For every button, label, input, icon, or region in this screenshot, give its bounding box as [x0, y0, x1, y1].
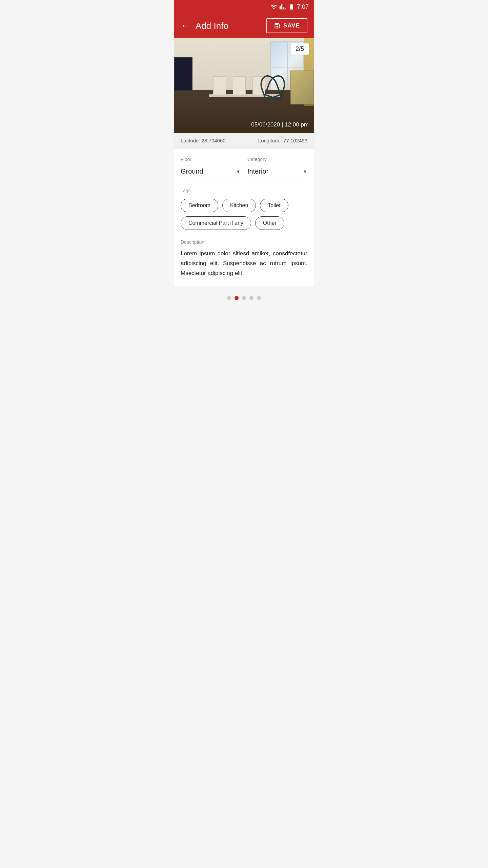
save-label: SAVE: [283, 22, 300, 29]
tag-chip[interactable]: Kitchen: [222, 199, 256, 212]
category-dropdown-group: Category Interior ▼: [247, 157, 307, 178]
pagination-dot[interactable]: [227, 296, 231, 300]
category-value: Interior: [247, 167, 268, 175]
description-text: Lorem ipsum dolor sitiesd amiket, consdf…: [181, 249, 307, 278]
status-time: 7:07: [297, 3, 309, 11]
category-dropdown-arrow: ▼: [303, 169, 307, 174]
tag-chip[interactable]: Bedroom: [181, 199, 218, 212]
tags-label: Tags: [181, 188, 307, 193]
signal-icon: [279, 3, 286, 10]
battery-icon: [288, 3, 295, 10]
pagination-dots: [174, 287, 314, 308]
dropdowns-row: Floor Ground ▼ Category Interior ▼: [181, 157, 307, 178]
pagination-dot[interactable]: [242, 296, 246, 300]
status-icons: 7:07: [270, 3, 309, 11]
save-icon: [274, 22, 281, 29]
floor-label: Floor: [181, 157, 241, 162]
floor-dropdown-group: Floor Ground ▼: [181, 157, 241, 178]
app-bar: ← Add Info SAVE: [174, 14, 314, 38]
back-button[interactable]: ←: [181, 20, 190, 31]
longitude-text: Longitude: 77.102493: [258, 138, 307, 143]
coordinates-bar: Latitude: 28.704060 Longitude: 77.102493: [174, 133, 314, 149]
form-area: Floor Ground ▼ Category Interior ▼ Tags …: [174, 149, 314, 287]
category-dropdown[interactable]: Interior ▼: [247, 165, 307, 178]
tags-row: BedroomKitchenToiletCommercial Part if a…: [181, 199, 307, 230]
image-counter-badge: 2/5: [291, 43, 309, 55]
pagination-dot[interactable]: [249, 296, 253, 300]
tags-section: Tags BedroomKitchenToiletCommercial Part…: [181, 188, 307, 230]
description-label: Description: [181, 239, 307, 245]
wifi-icon: [270, 3, 277, 10]
tag-chip[interactable]: Toilet: [260, 199, 288, 212]
category-label: Category: [247, 157, 307, 162]
tag-chip[interactable]: Commercial Part if any: [181, 216, 251, 230]
photo-container[interactable]: 2/5 05/06/2020 | 12:00 pm: [174, 38, 314, 133]
floor-dropdown-arrow: ▼: [236, 169, 241, 174]
tag-chip[interactable]: Other: [255, 216, 284, 230]
pagination-dot[interactable]: [257, 296, 261, 300]
latitude-text: Latitude: 28.704060: [181, 138, 226, 143]
status-bar: 7:07: [174, 0, 314, 14]
datetime-overlay: 05/06/2020 | 12:00 pm: [251, 121, 309, 128]
description-section: Description Lorem ipsum dolor sitiesd am…: [181, 239, 307, 278]
page-title: Add Info: [196, 21, 228, 31]
floor-dropdown[interactable]: Ground ▼: [181, 165, 241, 178]
save-button[interactable]: SAVE: [266, 18, 307, 33]
floor-value: Ground: [181, 167, 203, 175]
app-bar-left: ← Add Info: [181, 20, 228, 31]
pagination-dot[interactable]: [235, 296, 239, 300]
